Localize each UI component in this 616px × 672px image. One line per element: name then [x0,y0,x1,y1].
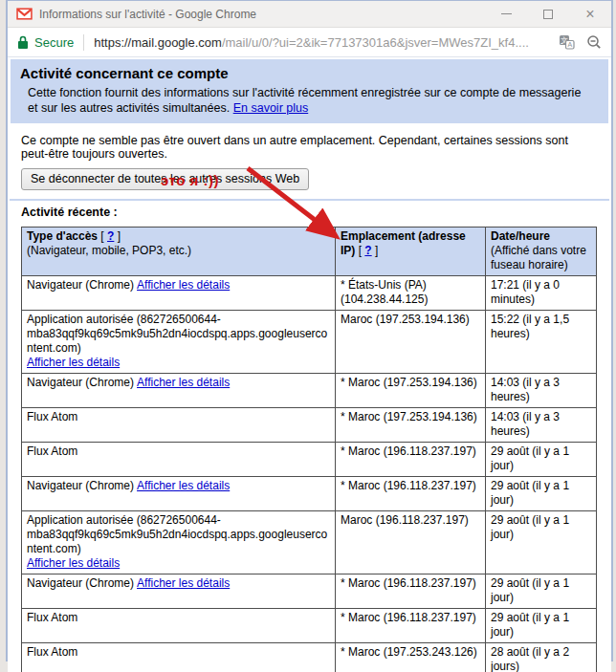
translate-icon[interactable]: 文 A [559,34,575,50]
access-type-cell: Application autorisée (862726500644-mba8… [22,511,336,574]
access-type-cell: Navigateur (Chrome)Afficher les détails [22,374,336,408]
datetime-cell: 29 août (il y a 1 jour) [486,574,597,609]
activity-table: Type d'accès [ ? ] (Navigateur, mobile, … [21,227,597,672]
url-path: /mail/u/0/?ui=2&ik=77137301a6&jsver=MWes… [222,35,551,50]
datetime-cell: 17:21 (il y a 0 minutes) [486,276,597,311]
activity-table-body: Navigateur (Chrome)Afficher les détails … [22,276,597,672]
details-link[interactable]: Afficher les détails [27,356,330,370]
activity-row: Flux Atom * Maroc (197.253.194.136) 14:0… [22,408,597,443]
activity-row: Application autorisée (862726500644-mba8… [22,511,597,574]
location-cell: * Maroc (197.253.194.136) [336,374,486,408]
padlock-icon [17,35,29,50]
location-cell: * Maroc (197.253.194.136) [336,408,486,443]
learn-more-link[interactable]: En savoir plus [233,101,309,115]
datetime-subtitle: (Affiché dans votre fuseau horaire) [491,244,591,272]
maximize-icon [543,10,553,19]
page-description: Cette fonction fournit des informations … [20,85,584,116]
location-cell: * Maroc (196.118.237.197) [336,574,486,609]
divider [10,199,609,201]
table-header-row: Type d'accès [ ? ] (Navigateur, mobile, … [22,228,597,276]
datetime-cell: 29 août (il y a 1 jour) [486,511,597,574]
access-type-cell: Flux Atom [22,408,336,443]
activity-row: Application autorisée (862726500644-mba8… [22,311,597,374]
url-host: https://mail.google.com [94,35,222,50]
details-link[interactable]: Afficher les détails [137,376,230,389]
datetime-cell: 14:03 (il y a 3 heures) [486,374,597,408]
maximize-button[interactable] [527,1,569,27]
access-type-cell: Flux Atom [22,643,336,672]
page-content: Activité concernant ce compte Cette fonc… [8,57,611,672]
location-cell: * Maroc (196.118.237.197) [336,477,486,511]
location-cell: Maroc (197.253.194.136) [336,311,486,374]
signout-other-sessions-button[interactable]: Se déconnecter de toutes les autres sess… [21,168,309,190]
location-cell: * Maroc (196.118.237.197) [336,609,486,643]
details-link[interactable]: Afficher les détails [137,576,230,590]
activity-row: Navigateur (Chrome)Afficher les détails … [22,276,597,311]
details-link[interactable]: Afficher les détails [137,479,230,492]
col-header-location: Emplacement (adresse IP) [ ? ] [336,228,486,276]
close-icon: × [585,7,594,22]
access-type-title: Type d'accès [27,229,100,243]
zoom-icon[interactable] [586,34,602,50]
access-type-cell: Navigateur (Chrome)Afficher les détails [22,477,336,511]
svg-text:A: A [567,41,572,48]
datetime-title: Date/heure [491,229,550,243]
datetime-cell: 28 août (il y a 2 jours) [486,643,597,672]
location-cell: * Maroc (197.253.243.126) [336,643,486,672]
location-cell: * Maroc (196.118.237.197) [336,443,486,477]
minimize-button[interactable] [485,1,527,27]
access-type-subtitle: (Navigateur, mobile, POP3, etc.) [27,244,330,258]
access-type-cell: Flux Atom [22,443,336,477]
omnibox-separator [83,34,84,51]
popup-window: Informations sur l'activité - Google Chr… [6,0,613,661]
secure-label: Secure [34,35,74,50]
gmail-icon [16,8,33,20]
activity-row: Navigateur (Chrome)Afficher les détails … [22,477,597,511]
location-cell: Maroc (196.118.237.197) [336,511,486,574]
access-type-cell: Flux Atom [22,609,336,643]
location-help-link[interactable]: ? [364,244,371,257]
title-bar: Informations sur l'activité - Google Chr… [8,1,611,28]
datetime-cell: 29 août (il y a 1 jour) [486,609,597,643]
col-header-datetime: Date/heure (Affiché dans votre fuseau ho… [486,228,597,276]
minimize-icon [501,13,512,14]
col-header-access-type: Type d'accès [ ? ] (Navigateur, mobile, … [22,228,336,276]
session-status-text: Ce compte ne semble pas être ouvert dans… [21,134,598,161]
location-cell: * États-Unis (PA) (104.238.44.125) [336,276,486,311]
activity-row: Navigateur (Chrome)Afficher les détails … [22,374,597,408]
account-activity-header: Activité concernant ce compte Cette fonc… [11,59,608,123]
access-type-cell: Navigateur (Chrome)Afficher les détails [22,574,336,609]
recent-activity-label: Activité récente : [21,206,611,219]
access-type-cell: Application autorisée (862726500644-mba8… [22,311,336,374]
activity-row: Flux Atom * Maroc (196.118.237.197) 29 a… [22,609,597,643]
close-button[interactable]: × [569,1,611,27]
datetime-cell: 14:03 (il y a 3 heures) [486,408,597,443]
address-bar[interactable]: Secure https://mail.google.com /mail/u/0… [8,28,611,57]
activity-row: Navigateur (Chrome)Afficher les détails … [22,574,597,609]
datetime-cell: 15:22 (il y a 1,5 heures) [486,311,597,374]
datetime-cell: 29 août (il y a 1 jour) [486,443,597,477]
activity-row: Flux Atom * Maroc (197.253.243.126) 28 a… [22,643,597,672]
access-type-cell: Navigateur (Chrome)Afficher les détails [22,276,336,311]
activity-row: Flux Atom * Maroc (196.118.237.197) 29 a… [22,443,597,477]
details-link[interactable]: Afficher les détails [137,278,230,292]
page-title: Activité concernant ce compte [20,65,597,81]
window-title: Informations sur l'activité - Google Chr… [39,8,256,21]
details-link[interactable]: Afficher les détails [27,556,330,571]
datetime-cell: 29 août (il y a 1 jour) [486,477,597,511]
